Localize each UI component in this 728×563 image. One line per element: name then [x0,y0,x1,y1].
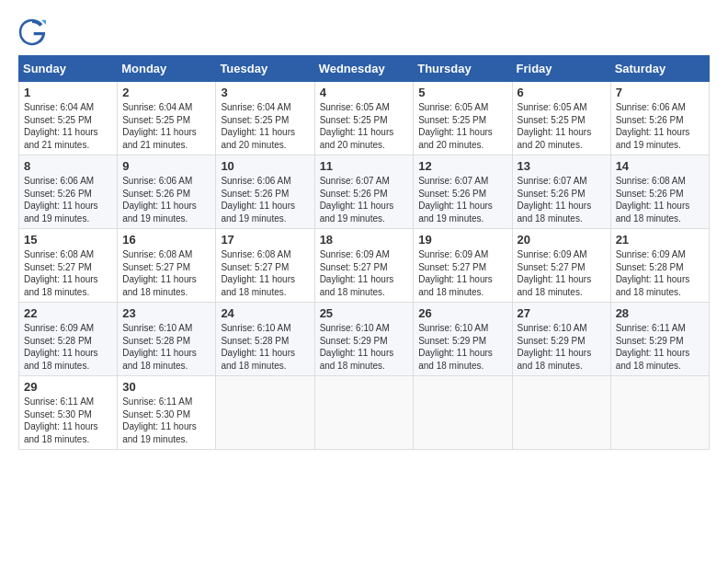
day-content: Sunrise: 6:09 AM Sunset: 5:28 PM Dayligh… [24,322,112,372]
day-number: 1 [24,86,112,99]
calendar-cell: 4Sunrise: 6:05 AM Sunset: 5:25 PM Daylig… [314,82,414,155]
calendar-cell: 8Sunrise: 6:06 AM Sunset: 5:26 PM Daylig… [19,155,118,229]
day-content: Sunrise: 6:08 AM Sunset: 5:27 PM Dayligh… [24,248,112,298]
day-number: 4 [320,86,409,99]
calendar-cell: 23Sunrise: 6:10 AM Sunset: 5:28 PM Dayli… [118,303,216,376]
day-content: Sunrise: 6:07 AM Sunset: 5:26 PM Dayligh… [320,175,409,224]
day-number: 9 [122,159,210,173]
calendar-cell: 1Sunrise: 6:04 AM Sunset: 5:25 PM Daylig… [19,82,118,155]
day-number: 29 [24,380,112,394]
day-content: Sunrise: 6:09 AM Sunset: 5:27 PM Dayligh… [320,248,409,298]
weekday-header-wednesday: Wednesday [314,56,414,82]
day-number: 12 [418,159,506,173]
day-number: 27 [518,306,606,320]
calendar-cell: 19Sunrise: 6:09 AM Sunset: 5:27 PM Dayli… [414,229,512,303]
day-content: Sunrise: 6:11 AM Sunset: 5:30 PM Dayligh… [24,396,112,445]
calendar-cell: 9Sunrise: 6:06 AM Sunset: 5:26 PM Daylig… [118,155,216,229]
day-content: Sunrise: 6:07 AM Sunset: 5:26 PM Dayligh… [518,175,606,224]
calendar-cell: 10Sunrise: 6:06 AM Sunset: 5:26 PM Dayli… [216,155,314,229]
weekday-header-row: SundayMondayTuesdayWednesdayThursdayFrid… [19,56,710,82]
weekday-header-tuesday: Tuesday [216,56,314,82]
day-content: Sunrise: 6:04 AM Sunset: 5:25 PM Dayligh… [24,101,112,151]
day-number: 14 [616,159,704,173]
calendar-cell: 28Sunrise: 6:11 AM Sunset: 5:29 PM Dayli… [610,303,709,376]
day-number: 10 [221,159,309,173]
day-content: Sunrise: 6:09 AM Sunset: 5:27 PM Dayligh… [418,248,506,298]
calendar-cell: 14Sunrise: 6:08 AM Sunset: 5:26 PM Dayli… [610,155,709,229]
logo [18,18,50,46]
calendar-cell: 27Sunrise: 6:10 AM Sunset: 5:29 PM Dayli… [512,303,610,376]
calendar-cell: 7Sunrise: 6:06 AM Sunset: 5:26 PM Daylig… [610,82,709,155]
calendar-cell: 13Sunrise: 6:07 AM Sunset: 5:26 PM Dayli… [512,155,610,229]
day-content: Sunrise: 6:05 AM Sunset: 5:25 PM Dayligh… [320,101,409,151]
day-number: 26 [418,306,506,320]
day-content: Sunrise: 6:04 AM Sunset: 5:25 PM Dayligh… [122,101,210,151]
week-row-5: 29Sunrise: 6:11 AM Sunset: 5:30 PM Dayli… [19,376,710,450]
calendar-cell: 2Sunrise: 6:04 AM Sunset: 5:25 PM Daylig… [118,82,216,155]
weekday-header-sunday: Sunday [19,56,118,82]
day-number: 8 [24,159,112,173]
day-content: Sunrise: 6:11 AM Sunset: 5:29 PM Dayligh… [616,322,704,372]
day-number: 13 [518,159,606,173]
day-content: Sunrise: 6:05 AM Sunset: 5:25 PM Dayligh… [418,101,506,151]
week-row-2: 8Sunrise: 6:06 AM Sunset: 5:26 PM Daylig… [19,155,710,229]
calendar-cell: 25Sunrise: 6:10 AM Sunset: 5:29 PM Dayli… [314,303,414,376]
page-header [18,18,710,46]
day-content: Sunrise: 6:10 AM Sunset: 5:28 PM Dayligh… [122,322,210,372]
day-content: Sunrise: 6:08 AM Sunset: 5:27 PM Dayligh… [221,248,309,298]
day-number: 2 [122,86,210,99]
weekday-header-saturday: Saturday [610,56,709,82]
week-row-4: 22Sunrise: 6:09 AM Sunset: 5:28 PM Dayli… [19,303,710,376]
weekday-header-monday: Monday [118,56,216,82]
calendar-cell: 17Sunrise: 6:08 AM Sunset: 5:27 PM Dayli… [216,229,314,303]
calendar-cell: 26Sunrise: 6:10 AM Sunset: 5:29 PM Dayli… [414,303,512,376]
calendar-cell: 22Sunrise: 6:09 AM Sunset: 5:28 PM Dayli… [19,303,118,376]
calendar-cell: 12Sunrise: 6:07 AM Sunset: 5:26 PM Dayli… [414,155,512,229]
calendar-cell [414,376,512,450]
day-number: 20 [518,233,606,247]
day-content: Sunrise: 6:06 AM Sunset: 5:26 PM Dayligh… [122,175,210,224]
weekday-header-thursday: Thursday [414,56,512,82]
week-row-3: 15Sunrise: 6:08 AM Sunset: 5:27 PM Dayli… [19,229,710,303]
day-number: 19 [418,233,506,247]
day-content: Sunrise: 6:10 AM Sunset: 5:29 PM Dayligh… [518,322,606,372]
calendar-cell: 5Sunrise: 6:05 AM Sunset: 5:25 PM Daylig… [414,82,512,155]
calendar-cell: 3Sunrise: 6:04 AM Sunset: 5:25 PM Daylig… [216,82,314,155]
weekday-header-friday: Friday [512,56,610,82]
calendar-cell [314,376,414,450]
calendar-cell: 20Sunrise: 6:09 AM Sunset: 5:27 PM Dayli… [512,229,610,303]
day-number: 17 [221,233,309,247]
day-content: Sunrise: 6:07 AM Sunset: 5:26 PM Dayligh… [418,175,506,224]
day-number: 21 [616,233,704,247]
day-content: Sunrise: 6:11 AM Sunset: 5:30 PM Dayligh… [122,396,210,445]
general-blue-icon [18,18,46,46]
calendar-cell: 18Sunrise: 6:09 AM Sunset: 5:27 PM Dayli… [314,229,414,303]
day-content: Sunrise: 6:04 AM Sunset: 5:25 PM Dayligh… [221,101,309,151]
day-number: 23 [122,306,210,320]
day-number: 6 [518,86,606,99]
calendar-cell [610,376,709,450]
day-number: 3 [221,86,309,99]
day-content: Sunrise: 6:08 AM Sunset: 5:27 PM Dayligh… [122,248,210,298]
day-content: Sunrise: 6:05 AM Sunset: 5:25 PM Dayligh… [518,101,606,151]
day-number: 22 [24,306,112,320]
calendar-cell: 6Sunrise: 6:05 AM Sunset: 5:25 PM Daylig… [512,82,610,155]
calendar-table: SundayMondayTuesdayWednesdayThursdayFrid… [18,55,710,450]
calendar-cell [512,376,610,450]
day-number: 28 [616,306,704,320]
day-number: 18 [320,233,409,247]
calendar-cell: 29Sunrise: 6:11 AM Sunset: 5:30 PM Dayli… [19,376,118,450]
day-content: Sunrise: 6:08 AM Sunset: 5:26 PM Dayligh… [616,175,704,224]
day-number: 16 [122,233,210,247]
logo-lockup [18,18,50,46]
day-number: 30 [122,380,210,394]
day-content: Sunrise: 6:09 AM Sunset: 5:27 PM Dayligh… [518,248,606,298]
day-content: Sunrise: 6:10 AM Sunset: 5:29 PM Dayligh… [320,322,409,372]
calendar-cell: 16Sunrise: 6:08 AM Sunset: 5:27 PM Dayli… [118,229,216,303]
day-content: Sunrise: 6:10 AM Sunset: 5:29 PM Dayligh… [418,322,506,372]
day-content: Sunrise: 6:09 AM Sunset: 5:28 PM Dayligh… [616,248,704,298]
day-number: 24 [221,306,309,320]
week-row-1: 1Sunrise: 6:04 AM Sunset: 5:25 PM Daylig… [19,82,710,155]
day-content: Sunrise: 6:06 AM Sunset: 5:26 PM Dayligh… [221,175,309,224]
calendar-cell: 21Sunrise: 6:09 AM Sunset: 5:28 PM Dayli… [610,229,709,303]
